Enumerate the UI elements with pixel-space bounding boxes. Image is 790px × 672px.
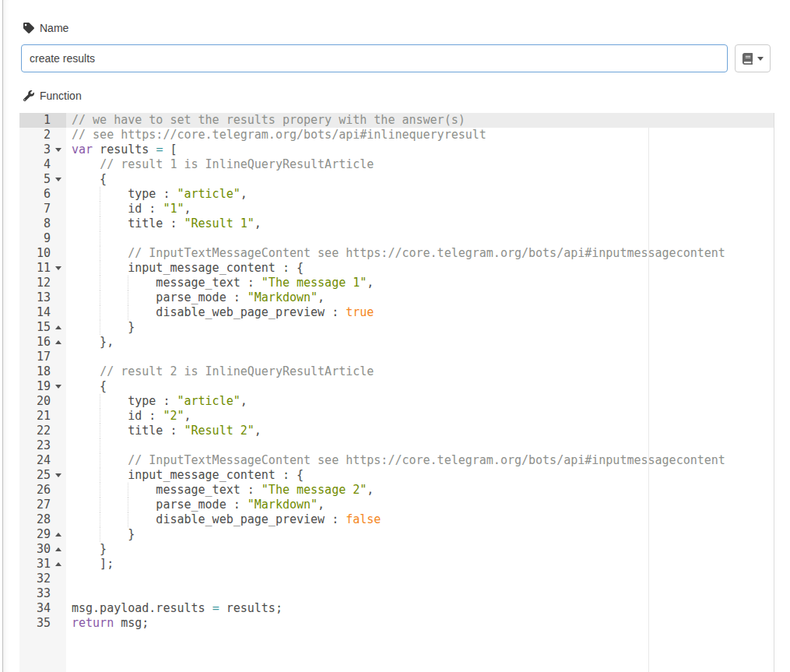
gutter-line-2[interactable]: 2: [19, 128, 66, 142]
code-line-20[interactable]: type : "article",: [66, 394, 774, 409]
gutter-line-11[interactable]: 11: [19, 261, 66, 276]
gutter-line-17[interactable]: 17: [19, 350, 66, 364]
code-line-11[interactable]: input_message_content : {: [66, 261, 774, 276]
name-input[interactable]: [21, 44, 728, 72]
token-plain: [: [163, 142, 177, 157]
gutter-line-10[interactable]: 10: [19, 246, 66, 261]
gutter-line-4[interactable]: 4: [19, 157, 66, 172]
fold-open-icon[interactable]: [51, 172, 66, 187]
code-line-14[interactable]: disable_web_page_preview : true: [66, 305, 774, 320]
gutter-line-21[interactable]: 21: [19, 409, 66, 424]
code-line-12[interactable]: message_text : "The message 1",: [66, 276, 774, 290]
line-number: 29: [19, 527, 51, 542]
fold-spacer: [51, 616, 66, 631]
code-line-7[interactable]: id : "1",: [66, 202, 774, 216]
code-line-6[interactable]: type : "article",: [66, 187, 774, 202]
gutter-line-26[interactable]: 26: [19, 483, 66, 498]
gutter-line-6[interactable]: 6: [19, 187, 66, 202]
gutter-line-3[interactable]: 3: [19, 142, 66, 157]
gutter-line-23[interactable]: 23: [19, 438, 66, 453]
code-line-1[interactable]: // we have to set the results propery wi…: [66, 113, 774, 128]
gutter-line-1[interactable]: 1: [19, 113, 66, 128]
chevron-up-icon: [55, 325, 61, 329]
fold-close-icon[interactable]: [51, 335, 66, 350]
edit-form: Name Function 12345678910111213141516171…: [3, 0, 790, 672]
line-number: 4: [19, 157, 51, 172]
code-line-15[interactable]: }: [66, 320, 774, 335]
gutter-line-24[interactable]: 24: [19, 453, 66, 468]
chevron-down-icon: [55, 148, 61, 152]
gutter-line-5[interactable]: 5: [19, 172, 66, 187]
code-line-25[interactable]: input_message_content : {: [66, 468, 774, 483]
gutter-line-20[interactable]: 20: [19, 394, 66, 409]
gutter-line-33[interactable]: 33: [19, 586, 66, 601]
code-line-35[interactable]: return msg;: [66, 616, 774, 631]
code-line-31[interactable]: ];: [66, 557, 774, 572]
line-number: 8: [19, 216, 51, 231]
line-number: 7: [19, 202, 51, 216]
code-line-23[interactable]: [66, 438, 774, 453]
gutter-line-29[interactable]: 29: [19, 527, 66, 542]
code-line-27[interactable]: parse_mode : "Markdown",: [66, 498, 774, 512]
gutter-line-31[interactable]: 31: [19, 557, 66, 572]
fold-open-icon[interactable]: [51, 142, 66, 157]
gutter-line-34[interactable]: 34: [19, 601, 66, 616]
code-line-22[interactable]: title : "Result 2",: [66, 424, 774, 438]
gutter-line-27[interactable]: 27: [19, 498, 66, 512]
fold-close-icon[interactable]: [51, 527, 66, 542]
gutter-line-18[interactable]: 18: [19, 364, 66, 379]
gutter-line-14[interactable]: 14: [19, 305, 66, 320]
code-line-5[interactable]: {: [66, 172, 774, 187]
gutter-line-25[interactable]: 25: [19, 468, 66, 483]
code-line-28[interactable]: disable_web_page_preview : false: [66, 512, 774, 527]
indent-guide: [100, 424, 100, 438]
code-line-24[interactable]: // InputTextMessageContent see https://c…: [66, 453, 774, 468]
code-line-26[interactable]: message_text : "The message 2",: [66, 483, 774, 498]
gutter-line-15[interactable]: 15: [19, 320, 66, 335]
code-line-21[interactable]: id : "2",: [66, 409, 774, 424]
fold-close-icon[interactable]: [51, 557, 66, 572]
fold-close-icon[interactable]: [51, 320, 66, 335]
code-line-4[interactable]: // result 1 is InlineQueryResultArticle: [66, 157, 774, 172]
code-line-3[interactable]: var results = [: [66, 142, 774, 157]
gutter-line-8[interactable]: 8: [19, 216, 66, 231]
tag-icon: [23, 23, 34, 33]
token-plain: disable_web_page_preview :: [72, 512, 346, 526]
fold-open-icon[interactable]: [51, 379, 66, 394]
code-line-29[interactable]: }: [66, 527, 774, 542]
gutter-line-16[interactable]: 16: [19, 335, 66, 350]
token-plain: input_message_content : {: [72, 261, 304, 275]
code-line-34[interactable]: msg.payload.results = results;: [66, 601, 774, 616]
indent-guide: [100, 246, 100, 261]
fold-open-icon[interactable]: [51, 261, 66, 276]
code-line-9[interactable]: [66, 231, 774, 246]
line-number: 25: [19, 468, 51, 483]
gutter-line-35[interactable]: 35: [19, 616, 66, 631]
fold-open-icon[interactable]: [51, 468, 66, 483]
code-line-18[interactable]: // result 2 is InlineQueryResultArticle: [66, 364, 774, 379]
code-line-32[interactable]: [66, 572, 774, 586]
gutter-line-7[interactable]: 7: [19, 202, 66, 216]
code-line-10[interactable]: // InputTextMessageContent see https://c…: [66, 246, 774, 261]
code-line-33[interactable]: [66, 586, 774, 601]
gutter-line-28[interactable]: 28: [19, 512, 66, 527]
library-button[interactable]: [735, 44, 771, 72]
gutter-line-32[interactable]: 32: [19, 572, 66, 586]
fold-close-icon[interactable]: [51, 542, 66, 557]
gutter-line-9[interactable]: 9: [19, 231, 66, 246]
editor-code-area[interactable]: // we have to set the results propery wi…: [66, 113, 774, 672]
code-line-13[interactable]: parse_mode : "Markdown",: [66, 290, 774, 305]
gutter-line-30[interactable]: 30: [19, 542, 66, 557]
code-line-30[interactable]: }: [66, 542, 774, 557]
code-line-17[interactable]: [66, 350, 774, 364]
code-line-2[interactable]: // see https://core.telegram.org/bots/ap…: [66, 128, 774, 142]
function-code-editor[interactable]: 1234567891011121314151617181920212223242…: [19, 113, 774, 672]
gutter-line-12[interactable]: 12: [19, 276, 66, 290]
code-line-16[interactable]: },: [66, 335, 774, 350]
gutter-line-19[interactable]: 19: [19, 379, 66, 394]
code-line-19[interactable]: {: [66, 379, 774, 394]
code-line-8[interactable]: title : "Result 1",: [66, 216, 774, 231]
gutter-line-22[interactable]: 22: [19, 424, 66, 438]
fold-spacer: [51, 246, 66, 261]
gutter-line-13[interactable]: 13: [19, 290, 66, 305]
